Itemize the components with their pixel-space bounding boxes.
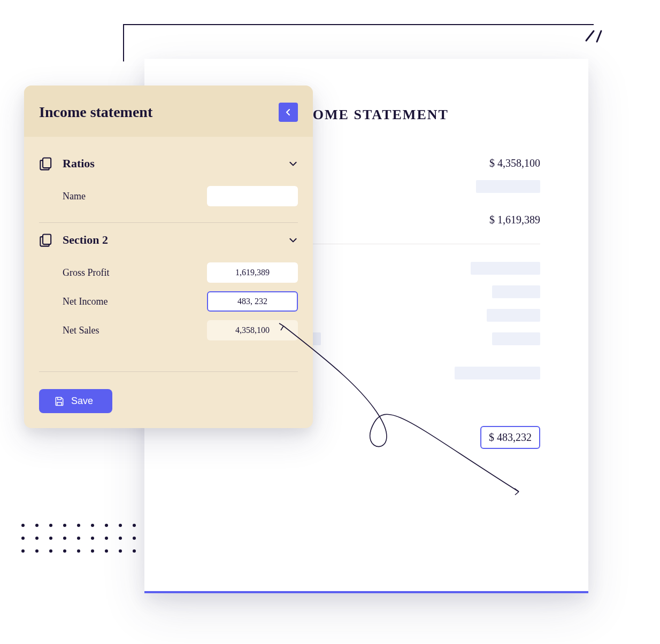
- panel-header: Income statement: [24, 86, 313, 137]
- placeholder-bar: [492, 332, 540, 345]
- decorative-frame: [123, 24, 594, 61]
- field-row-net-income: Net Income: [39, 287, 298, 316]
- chevron-down-icon: [288, 159, 298, 168]
- net-income-input[interactable]: [207, 291, 298, 312]
- section-header-ratios[interactable]: Ratios: [39, 156, 298, 171]
- save-button[interactable]: Save: [39, 389, 112, 413]
- placeholder-bar: [487, 309, 540, 322]
- placeholder-bar: [455, 367, 540, 379]
- field-row-gross-profit: Gross Profit: [39, 258, 298, 287]
- svg-rect-1: [43, 235, 51, 245]
- placeholder-bar: [492, 285, 540, 298]
- panel-title: Income statement: [39, 104, 152, 121]
- collapse-button[interactable]: [279, 103, 298, 122]
- section-header-2[interactable]: Section 2: [39, 232, 298, 247]
- field-label: Net Sales: [63, 325, 99, 336]
- doc-highlight-net-income: $ 483,232: [480, 426, 540, 449]
- doc-value-net-sales: $ 4,358,100: [489, 157, 540, 169]
- field-row-net-sales: Net Sales: [39, 316, 298, 345]
- field-label: Gross Profit: [63, 267, 110, 278]
- doc-value-gross-profit: $ 1,619,389: [489, 214, 540, 226]
- section-2: Section 2 Gross Profit Net Income Net Sa…: [39, 222, 298, 356]
- field-label: Name: [63, 191, 86, 202]
- section-title: Ratios: [63, 157, 280, 170]
- document-icon: [39, 232, 54, 247]
- svg-rect-0: [43, 158, 51, 168]
- panel-footer: Save: [39, 371, 298, 428]
- net-sales-input[interactable]: [207, 320, 298, 340]
- field-label: Net Income: [63, 296, 108, 307]
- document-icon: [39, 156, 54, 171]
- section-ratios: Ratios Name: [39, 146, 298, 222]
- placeholder-bar: [471, 262, 540, 275]
- placeholder-bar: [476, 180, 540, 193]
- section-title: Section 2: [63, 233, 280, 247]
- name-input[interactable]: [207, 186, 298, 206]
- sparkle-icon: [581, 15, 613, 47]
- editor-panel: Income statement Ratios Name: [24, 86, 313, 428]
- gross-profit-input[interactable]: [207, 262, 298, 283]
- decorative-dots: [21, 524, 137, 553]
- chevron-left-icon: [285, 108, 292, 116]
- save-icon: [54, 396, 65, 407]
- save-button-label: Save: [71, 395, 93, 407]
- chevron-down-icon: [288, 235, 298, 245]
- field-row-name: Name: [39, 182, 298, 211]
